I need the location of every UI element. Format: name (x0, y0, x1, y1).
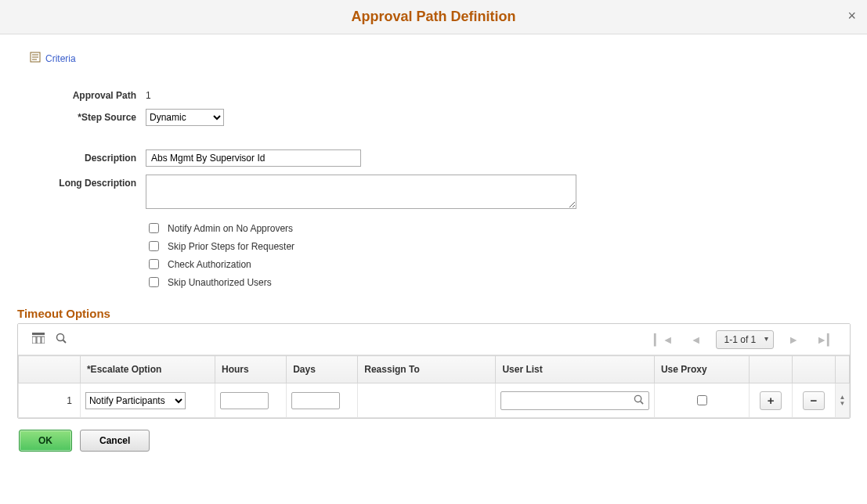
page-title: Approval Path Definition (351, 9, 515, 25)
criteria-link[interactable]: Criteria (45, 53, 76, 64)
cb-check-auth[interactable] (149, 259, 159, 269)
prev-page-icon[interactable]: ◄ (688, 333, 705, 346)
criteria-row: Criteria (30, 52, 851, 65)
content-area: Criteria Approval Path 1 *Step Source Dy… (0, 34, 867, 467)
cb-notify-admin[interactable] (149, 223, 159, 233)
col-header-useproxy[interactable]: Use Proxy (654, 356, 749, 383)
criteria-icon (30, 52, 41, 65)
add-row-button[interactable]: + (760, 391, 782, 410)
escalate-option-select[interactable]: Notify Participants (85, 392, 186, 409)
cancel-button[interactable]: Cancel (80, 430, 150, 452)
reassign-to-cell (358, 383, 496, 418)
col-header-reassign[interactable]: Reassign To (358, 356, 496, 383)
section-timeout-options: Timeout Options (17, 307, 851, 320)
svg-rect-7 (42, 337, 45, 344)
form-grid: Approval Path 1 *Step Source Dynamic Des… (19, 87, 851, 293)
user-list-lookup[interactable] (500, 391, 649, 410)
row-scroll[interactable]: ▲ ▼ (836, 394, 849, 407)
lookup-icon[interactable] (630, 394, 647, 407)
use-proxy-checkbox[interactable] (697, 395, 707, 405)
col-header-escalate[interactable]: *Escalate Option (80, 356, 215, 383)
cb-skip-unauth[interactable] (149, 277, 159, 287)
grid-wrapper: ▎◄ ◄ 1-1 of 1 ► ►▎ *Escalate Option Hour… (17, 323, 851, 419)
next-page-icon[interactable]: ► (785, 333, 802, 346)
col-header-scroll (835, 356, 849, 383)
col-header-delete (793, 356, 836, 383)
scroll-down-icon[interactable]: ▼ (839, 401, 845, 407)
col-header-index[interactable] (19, 356, 81, 383)
cb-notify-admin-label: Notify Admin on No Approvers (168, 223, 293, 234)
label-description: Description (19, 149, 136, 164)
cb-skip-unauth-label: Skip Unauthorized Users (168, 277, 272, 288)
step-source-select[interactable]: Dynamic (146, 109, 224, 126)
delete-row-button[interactable]: − (803, 391, 825, 410)
svg-point-8 (57, 334, 64, 341)
cb-skip-prior-label: Skip Prior Steps for Requester (168, 241, 294, 252)
pager-range[interactable]: 1-1 of 1 (716, 330, 775, 349)
cb-check-auth-label: Check Authorization (168, 259, 251, 270)
first-page-icon[interactable]: ▎◄ (651, 333, 677, 346)
label-long-description: Long Description (19, 175, 136, 189)
svg-rect-5 (32, 337, 36, 344)
svg-rect-4 (32, 333, 45, 335)
svg-rect-6 (37, 337, 41, 344)
svg-line-9 (63, 340, 67, 344)
grid-toolbar: ▎◄ ◄ 1-1 of 1 ► ►▎ (18, 324, 850, 355)
checkbox-stack: Notify Admin on No Approvers Skip Prior … (146, 219, 584, 293)
hours-input[interactable] (220, 392, 269, 409)
col-header-add (750, 356, 793, 383)
table-row: 1 Notify Participants (19, 383, 850, 418)
label-step-source: *Step Source (19, 109, 136, 123)
ok-button[interactable]: OK (19, 430, 72, 452)
footer-buttons: OK Cancel (19, 430, 851, 452)
pager-range-text: 1-1 of 1 (724, 334, 757, 345)
col-header-userlist[interactable]: User List (496, 356, 654, 383)
cb-skip-prior[interactable] (149, 241, 159, 251)
user-list-input[interactable] (504, 393, 630, 409)
find-icon[interactable] (56, 333, 67, 346)
long-description-textarea[interactable] (146, 175, 576, 209)
close-icon[interactable]: × (847, 8, 856, 24)
timeout-grid: *Escalate Option Hours Days Reassign To … (18, 355, 850, 418)
personalize-icon[interactable] (32, 333, 45, 346)
days-input[interactable] (291, 392, 340, 409)
row-index: 1 (19, 383, 81, 418)
col-header-days[interactable]: Days (287, 356, 358, 383)
modal-header: Approval Path Definition × (0, 0, 867, 34)
last-page-icon[interactable]: ►▎ (813, 333, 839, 346)
svg-point-10 (635, 395, 641, 401)
value-approval-path: 1 (146, 87, 584, 101)
col-header-hours[interactable]: Hours (215, 356, 287, 383)
description-input[interactable] (146, 149, 361, 167)
svg-line-11 (641, 401, 643, 403)
label-approval-path: Approval Path (19, 87, 136, 101)
